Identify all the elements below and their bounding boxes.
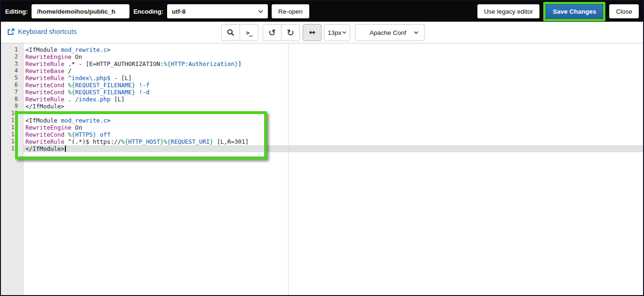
line-number: 2 [1,53,23,60]
chevron-down-icon [342,31,346,34]
code-line[interactable] [25,110,249,117]
line-number: 9 [1,103,23,110]
keyboard-shortcuts-label: Keyboard shortcuts [18,28,77,35]
syntax-select[interactable]: Apache Conf [355,24,425,41]
line-number: 13 [1,131,23,138]
line-number: 10 [1,110,23,117]
font-size-value: 13px [328,29,341,36]
search-icon [227,29,234,36]
chevron-down-icon [414,31,419,34]
line-number: 7 [1,89,23,96]
code-line[interactable]: RewriteCond %{HTTPS} off [25,131,249,138]
code-line[interactable]: RewriteRule ^(.*)$ https://%{HTTP_HOST}%… [25,138,249,145]
editing-label: Editing: [5,8,28,15]
close-button[interactable]: Close [609,4,639,18]
undo-icon: ↺ [268,28,276,37]
save-changes-button[interactable]: Save Changes [546,4,603,19]
terminal-button[interactable]: >_ [240,24,258,41]
line-number: 3 [1,60,23,67]
code-editor[interactable]: 123456789101112131415 <IfModule mod_rewr… [1,43,643,295]
line-number: 14 [1,138,23,145]
legacy-editor-button[interactable]: Use legacy editor [477,4,539,18]
reopen-button[interactable]: Re-open [272,4,309,18]
line-number: 5 [1,74,23,82]
print-margin-ruler [288,43,289,295]
editor-window: Editing: Encoding: utf-8 Re-open Use leg… [0,0,644,296]
encoding-select-value: utf-8 [172,8,185,15]
line-number: 1 [1,46,23,53]
gutter: 123456789101112131415 [1,43,24,295]
code-line[interactable]: RewriteEngine On [25,53,249,60]
code-line[interactable]: </IfModule> [25,103,249,110]
line-number: 4 [1,67,23,74]
chevron-down-icon [258,10,263,13]
line-number: 12 [1,124,23,131]
code-line[interactable]: RewriteRule ^index\.php$ - [L] [25,74,249,82]
font-size-select[interactable]: 13px [324,24,350,41]
word-wrap-icon: ↔ [309,29,315,36]
code-line[interactable]: <IfModule mod_rewrite.c> [25,117,249,124]
code-line[interactable]: RewriteRule . /index.php [L] [25,96,249,103]
encoding-label: Encoding: [133,8,163,15]
word-wrap-toggle-button[interactable]: ↔ [303,24,322,41]
topbar: Editing: Encoding: utf-8 Re-open Use leg… [1,1,643,22]
code-line[interactable]: </IfModule> [25,145,249,152]
keyboard-shortcuts-link[interactable]: Keyboard shortcuts [8,28,77,35]
text-cursor [65,146,66,152]
line-number: 15 [1,145,23,152]
external-link-icon [8,28,15,35]
redo-button[interactable]: ↻ [281,24,300,41]
redo-icon: ↻ [287,28,294,37]
undo-button[interactable]: ↺ [263,24,282,41]
terminal-icon: >_ [246,29,252,36]
toolbar: Keyboard shortcuts >_ ↺ ↻ ↔ 13px Apache … [1,22,643,43]
encoding-select[interactable]: utf-8 [167,4,268,18]
search-button[interactable] [221,24,240,41]
path-input[interactable] [32,4,129,18]
code-line[interactable]: RewriteEngine On [25,124,249,131]
code-lines[interactable]: <IfModule mod_rewrite.c>RewriteEngine On… [25,46,249,152]
code-line[interactable]: RewriteCond %{REQUEST_FILENAME} !-d [25,89,249,96]
code-line[interactable]: RewriteBase / [25,67,249,74]
line-number: 8 [1,96,23,103]
code-line[interactable]: <IfModule mod_rewrite.c> [25,46,249,53]
line-number: 11 [1,117,23,124]
code-line[interactable]: RewriteRule .* - [E=HTTP_AUTHORIZATION:%… [25,60,249,67]
line-number: 6 [1,82,23,89]
save-highlight-box: Save Changes [543,2,605,21]
syntax-select-value: Apache Conf [370,29,406,36]
code-line[interactable]: RewriteCond %{REQUEST_FILENAME} !-f [25,82,249,89]
